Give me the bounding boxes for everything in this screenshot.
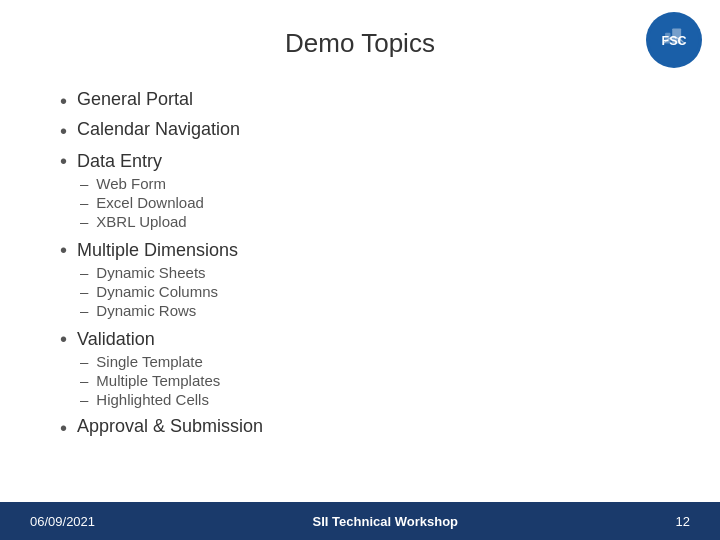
sub-item-label: Dynamic Sheets <box>96 264 205 281</box>
sub-list-item: –Web Form <box>60 175 204 192</box>
sub-list-item: –Dynamic Rows <box>60 302 218 319</box>
sub-list-validation: –Single Template–Multiple Templates–High… <box>60 353 220 410</box>
footer-date: 06/09/2021 <box>30 514 95 529</box>
svg-rect-3 <box>672 28 681 43</box>
list-item-data-entry: •Data Entry–Web Form–Excel Download–XBRL… <box>60 149 660 232</box>
bullet-icon: • <box>60 120 67 143</box>
footer-workshop: SII Technical Workshop <box>313 514 458 529</box>
logo-circle: FSC <box>646 12 702 68</box>
sub-list-item: –Highlighted Cells <box>60 391 220 408</box>
item-row-multiple-dimensions: •Multiple Dimensions <box>60 238 238 262</box>
dash-icon: – <box>80 175 88 192</box>
item-label: Multiple Dimensions <box>77 240 238 261</box>
bullet-icon: • <box>60 90 67 113</box>
sub-list-multiple-dimensions: –Dynamic Sheets–Dynamic Columns–Dynamic … <box>60 264 218 321</box>
sub-item-label: XBRL Upload <box>96 213 186 230</box>
sub-list-item: –Single Template <box>60 353 220 370</box>
logo: FSC <box>646 12 702 68</box>
item-label: Data Entry <box>77 151 162 172</box>
list-item-approval-submission: •Approval & Submission <box>60 416 660 440</box>
dash-icon: – <box>80 283 88 300</box>
item-label: Calendar Navigation <box>77 119 240 140</box>
sub-list-item: –Dynamic Columns <box>60 283 218 300</box>
item-label: General Portal <box>77 89 193 110</box>
sub-item-label: Web Form <box>96 175 166 192</box>
footer: 06/09/2021 SII Technical Workshop 12 <box>0 502 720 540</box>
list-item-general-portal: •General Portal <box>60 89 660 113</box>
main-list: •General Portal•Calendar Navigation•Data… <box>60 89 660 440</box>
bullet-icon: • <box>60 239 67 262</box>
slide: FSC Demo Topics •General Portal•Calendar… <box>0 0 720 540</box>
sub-item-label: Highlighted Cells <box>96 391 209 408</box>
sub-list-data-entry: –Web Form–Excel Download–XBRL Upload <box>60 175 204 232</box>
content-area: •General Portal•Calendar Navigation•Data… <box>0 69 720 466</box>
item-label: Validation <box>77 329 155 350</box>
sub-item-label: Dynamic Rows <box>96 302 196 319</box>
sub-item-label: Dynamic Columns <box>96 283 218 300</box>
dash-icon: – <box>80 264 88 281</box>
item-row-validation: •Validation <box>60 327 155 351</box>
dash-icon: – <box>80 353 88 370</box>
dash-icon: – <box>80 194 88 211</box>
list-item-validation: •Validation–Single Template–Multiple Tem… <box>60 327 660 410</box>
item-row-data-entry: •Data Entry <box>60 149 162 173</box>
sub-list-item: –Dynamic Sheets <box>60 264 218 281</box>
list-item-calendar-navigation: •Calendar Navigation <box>60 119 660 143</box>
dash-icon: – <box>80 391 88 408</box>
bullet-icon: • <box>60 328 67 351</box>
sub-item-label: Excel Download <box>96 194 204 211</box>
sub-item-label: Single Template <box>96 353 202 370</box>
dash-icon: – <box>80 372 88 389</box>
footer-page: 12 <box>676 514 690 529</box>
dash-icon: – <box>80 302 88 319</box>
sub-list-item: –XBRL Upload <box>60 213 204 230</box>
sub-list-item: –Multiple Templates <box>60 372 220 389</box>
sub-list-item: –Excel Download <box>60 194 204 211</box>
list-item-multiple-dimensions: •Multiple Dimensions–Dynamic Sheets–Dyna… <box>60 238 660 321</box>
item-label: Approval & Submission <box>77 416 263 437</box>
slide-title: Demo Topics <box>0 0 720 69</box>
bullet-icon: • <box>60 417 67 440</box>
dash-icon: – <box>80 213 88 230</box>
sub-item-label: Multiple Templates <box>96 372 220 389</box>
bullet-icon: • <box>60 150 67 173</box>
